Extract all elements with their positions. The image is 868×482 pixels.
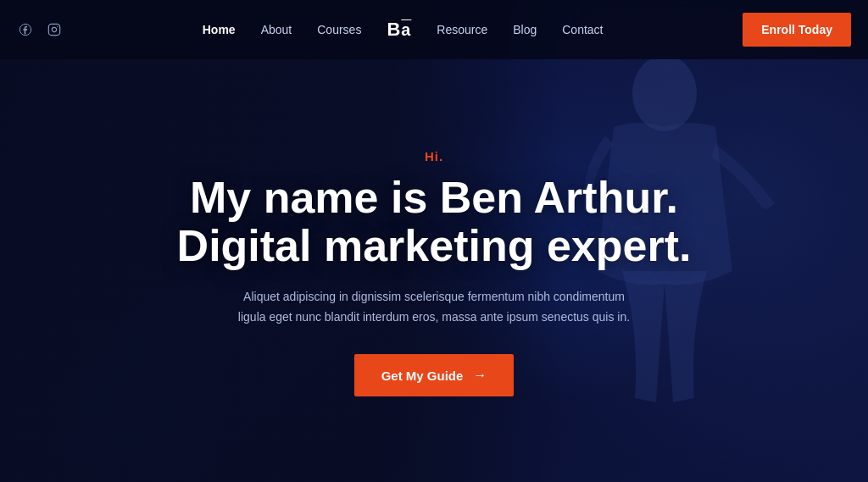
nav-links-right: Resource Blog Contact [437, 23, 603, 36]
facebook-icon[interactable] [17, 21, 34, 38]
enroll-button[interactable]: Enroll Today [743, 13, 851, 47]
nav-social-icons [17, 21, 63, 38]
navbar: Home About Courses Ba Resource Blog Cont… [0, 0, 868, 59]
instagram-icon[interactable] [46, 21, 63, 38]
hi-label: Hi. [137, 149, 731, 163]
nav-center: Home About Courses Ba Resource Blog Cont… [203, 19, 604, 41]
logo[interactable]: Ba [387, 19, 411, 41]
nav-contact[interactable]: Contact [562, 23, 603, 36]
svg-point-0 [632, 55, 697, 131]
hero-title: My name is Ben Arthur. Digital marketing… [137, 174, 731, 270]
nav-about[interactable]: About [261, 23, 292, 36]
hero-title-line2: Digital marketing expert. [177, 221, 692, 270]
nav-home[interactable]: Home [203, 23, 236, 36]
hero-title-line1: My name is Ben Arthur. [190, 173, 678, 222]
nav-resource[interactable]: Resource [437, 23, 487, 36]
arrow-icon: → [473, 368, 487, 384]
nav-blog[interactable]: Blog [513, 23, 537, 36]
cta-label: Get My Guide [381, 368, 464, 383]
logo-text: Ba [387, 19, 411, 41]
svg-rect-2 [48, 24, 59, 35]
hero-content: Hi. My name is Ben Arthur. Digital marke… [137, 149, 731, 397]
nav-courses[interactable]: Courses [317, 23, 361, 36]
hero-subtitle: Aliquet adipiscing in dignissim sceleris… [231, 287, 637, 328]
nav-links-left: Home About Courses [203, 23, 362, 36]
hero-section: Home About Courses Ba Resource Blog Cont… [0, 0, 868, 482]
cta-button[interactable]: Get My Guide → [354, 355, 515, 397]
svg-point-4 [57, 26, 58, 27]
svg-point-3 [52, 27, 56, 31]
